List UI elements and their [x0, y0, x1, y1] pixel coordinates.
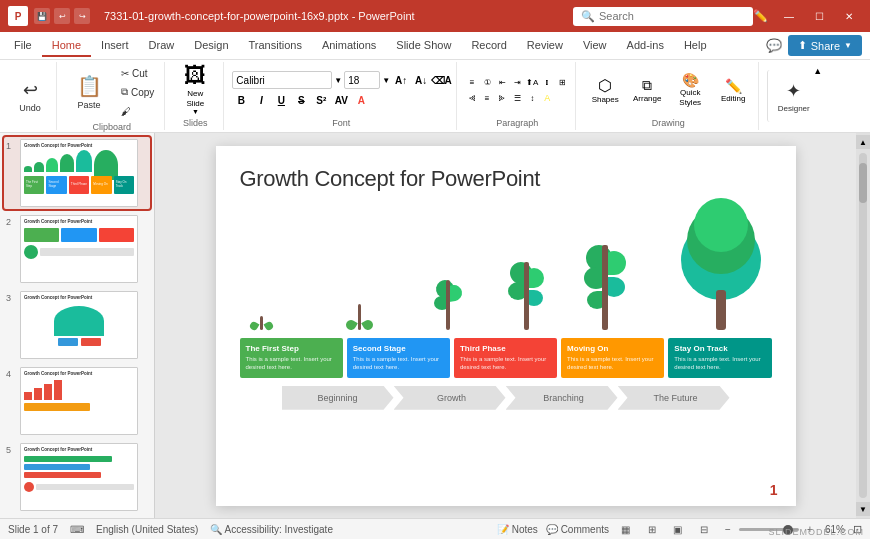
zoom-minus-button[interactable]: − — [721, 523, 735, 537]
share-button[interactable]: ⬆ Share ▼ — [788, 35, 862, 56]
cut-icon: ✂ — [121, 68, 129, 79]
scroll-track[interactable] — [859, 153, 867, 498]
increase-font-button[interactable]: A↑ — [392, 71, 410, 89]
accessibility-label: 🔍 Accessibility: Investigate — [210, 524, 333, 535]
editing-icon: ✏️ — [725, 78, 742, 94]
slide-info: Slide 1 of 7 — [8, 524, 58, 535]
text-direction-button[interactable]: ⬆A — [525, 75, 539, 89]
ribbon-collapse-icon[interactable]: ▲ — [813, 66, 822, 76]
text-highlight-button[interactable]: A — [540, 91, 554, 105]
decrease-font-button[interactable]: A↓ — [412, 71, 430, 89]
smart-art-button[interactable]: ⊞ — [555, 75, 569, 89]
align-left-button[interactable]: ⫷ — [465, 91, 479, 105]
tab-animations[interactable]: Animations — [312, 35, 386, 57]
comments-icon[interactable]: 💬 — [766, 38, 782, 53]
tab-insert[interactable]: Insert — [91, 35, 139, 57]
plant-1 — [250, 305, 273, 330]
copy-button[interactable]: ⧉ Copy — [117, 83, 158, 101]
scroll-up-button[interactable]: ▲ — [856, 135, 870, 149]
italic-button[interactable]: I — [252, 91, 270, 109]
reading-view-button[interactable]: ▣ — [669, 522, 687, 538]
tab-transitions[interactable]: Transitions — [239, 35, 312, 57]
tab-record[interactable]: Record — [461, 35, 516, 57]
search-input[interactable] — [599, 10, 739, 22]
strikethrough-button[interactable]: S — [292, 91, 310, 109]
pen-icon[interactable]: ✏️ — [753, 9, 768, 23]
arrange-icon: ⧉ — [642, 77, 652, 94]
slide-thumb-1[interactable]: 1 Growth Concept for PowerPoint The Firs… — [4, 137, 150, 209]
arrange-button[interactable]: ⧉ Arrange — [628, 64, 666, 116]
tab-view[interactable]: View — [573, 35, 617, 57]
accessibility-icon: ⌨ — [70, 524, 84, 535]
tab-draw[interactable]: Draw — [139, 35, 185, 57]
arrow-growth: Growth — [394, 386, 506, 410]
right-scrollbar[interactable]: ▲ ▼ — [856, 133, 870, 518]
tab-addins[interactable]: Add-ins — [617, 35, 674, 57]
slide-thumb-5[interactable]: 5 Growth Concept for PowerPoint — [4, 441, 150, 513]
increase-indent-button[interactable]: ⇥ — [510, 75, 524, 89]
tab-help[interactable]: Help — [674, 35, 717, 57]
line-spacing-button[interactable]: ↕ — [525, 91, 539, 105]
step-box-3: Third Phase This is a sample text. Inser… — [454, 338, 557, 378]
slides-label: Slides — [183, 118, 208, 128]
editing-button[interactable]: ✏️ Editing — [714, 64, 752, 116]
tab-file[interactable]: File — [4, 35, 42, 57]
plant-3 — [446, 270, 450, 330]
notes-button[interactable]: 📝 Notes — [497, 524, 538, 535]
columns-button[interactable]: ⫿ — [540, 75, 554, 89]
save-icon[interactable]: 💾 — [34, 8, 50, 24]
slide-num-1: 1 — [6, 139, 16, 151]
numbering-button[interactable]: ① — [480, 75, 494, 89]
normal-view-button[interactable]: ▦ — [617, 522, 635, 538]
slide-thumb-4[interactable]: 4 Growth Concept for PowerPoint — [4, 365, 150, 437]
tab-home[interactable]: Home — [42, 35, 91, 57]
paste-button[interactable]: 📋 Paste — [65, 66, 113, 118]
format-painter-button[interactable]: 🖌 — [117, 102, 158, 120]
tab-slideshow[interactable]: Slide Show — [386, 35, 461, 57]
undo-button[interactable]: ↩ Undo — [10, 70, 50, 122]
step4-title: Moving On — [567, 344, 658, 354]
underline-button[interactable]: U — [272, 91, 290, 109]
bullets-button[interactable]: ≡ — [465, 75, 479, 89]
tab-design[interactable]: Design — [184, 35, 238, 57]
decrease-indent-button[interactable]: ⇤ — [495, 75, 509, 89]
tab-review[interactable]: Review — [517, 35, 573, 57]
close-button[interactable]: ✕ — [836, 7, 862, 25]
maximize-button[interactable]: ☐ — [806, 7, 832, 25]
comments-button[interactable]: 💬 Comments — [546, 524, 609, 535]
font-name-input[interactable] — [232, 71, 332, 89]
char-spacing-button[interactable]: AV — [332, 91, 350, 109]
slide-sorter-button[interactable]: ⊞ — [643, 522, 661, 538]
scroll-down-button[interactable]: ▼ — [856, 502, 870, 516]
font-size-dropdown-icon[interactable]: ▼ — [382, 76, 390, 85]
search-box[interactable]: 🔍 — [573, 7, 753, 26]
font-name-dropdown-icon[interactable]: ▼ — [334, 76, 342, 85]
justify-button[interactable]: ☰ — [510, 91, 524, 105]
align-right-button[interactable]: ⫸ — [495, 91, 509, 105]
scroll-thumb[interactable] — [859, 163, 867, 203]
clear-format-button[interactable]: ⌫A — [432, 71, 450, 89]
minimize-button[interactable]: — — [776, 7, 802, 25]
bold-button[interactable]: B — [232, 91, 250, 109]
redo-icon-titlebar[interactable]: ↪ — [74, 8, 90, 24]
quick-styles-icon: 🎨 — [682, 72, 699, 88]
designer-button[interactable]: ✦ Designer — [767, 70, 811, 122]
shadow-button[interactable]: S² — [312, 91, 330, 109]
font-size-input[interactable] — [344, 71, 380, 89]
arrow-beginning: Beginning — [282, 386, 394, 410]
shapes-button[interactable]: ⬡ Shapes — [584, 64, 626, 116]
undo-icon-titlebar[interactable]: ↩ — [54, 8, 70, 24]
font-color-button[interactable]: A — [352, 91, 370, 109]
designer-label: Designer — [778, 104, 810, 113]
slide-preview-5: Growth Concept for PowerPoint — [20, 443, 138, 511]
slide-canvas[interactable]: Growth Concept for PowerPoint — [216, 146, 796, 506]
slide-thumb-2[interactable]: 2 Growth Concept for PowerPoint — [4, 213, 150, 285]
cut-button[interactable]: ✂ Cut — [117, 64, 158, 82]
slide-thumb-3[interactable]: 3 Growth Concept for PowerPoint — [4, 289, 150, 361]
paste-label: Paste — [77, 100, 100, 110]
presenter-view-button[interactable]: ⊟ — [695, 522, 713, 538]
ribbon-group-slides: 🖼 NewSlide ▼ Slides — [167, 62, 224, 130]
align-center-button[interactable]: ≡ — [480, 91, 494, 105]
quick-styles-button[interactable]: 🎨 QuickStyles — [668, 64, 712, 116]
new-slide-button[interactable]: 🖼 NewSlide ▼ — [173, 65, 217, 115]
